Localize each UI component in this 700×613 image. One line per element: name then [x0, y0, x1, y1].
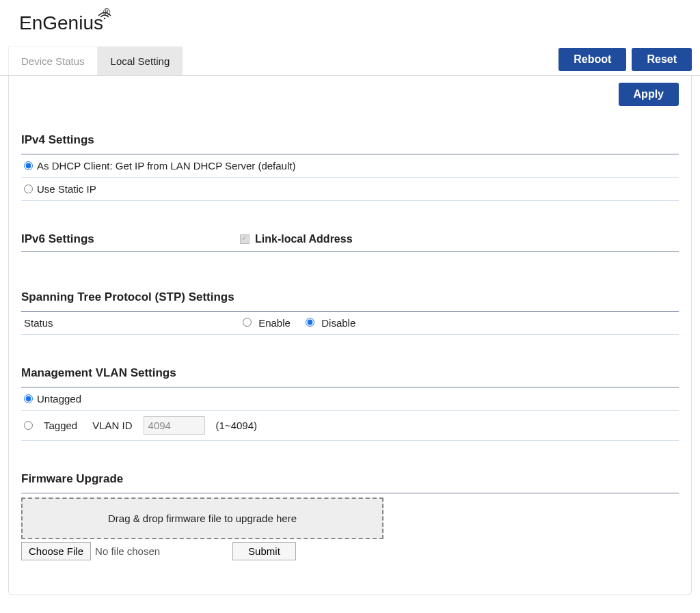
submit-button[interactable]: Submit	[232, 542, 296, 560]
settings-panel: Apply IPv4 Settings As DHCP Client: Get …	[8, 76, 692, 595]
vlan-settings-title: Management VLAN Settings	[21, 366, 679, 380]
stp-disable-option: Disable	[306, 317, 355, 329]
firmware-dropzone[interactable]: Drag & drop firmware file to upgrade her…	[21, 498, 383, 539]
stp-enable-option: Enable	[243, 317, 293, 329]
ipv6-settings-title: IPv6 Settings	[21, 232, 240, 246]
link-local-checkbox	[240, 234, 250, 244]
tab-device-status[interactable]: Device Status	[8, 46, 98, 75]
vlan-tagged-label: Tagged	[44, 420, 77, 431]
firmware-upgrade-title: Firmware Upgrade	[21, 472, 679, 486]
vlan-untagged-row: Untagged	[21, 387, 679, 411]
link-local-label: Link-local Address	[255, 233, 353, 245]
vlan-tagged-radio[interactable]	[24, 421, 33, 430]
stp-status-row: Status Enable Disable	[21, 312, 679, 335]
svg-point-0	[104, 18, 105, 19]
choose-file-button[interactable]: Choose File	[21, 542, 91, 560]
logo-text: EnGenius	[19, 12, 103, 34]
brand-logo: EnGenius®	[19, 12, 700, 34]
ipv4-dhcp-radio[interactable]	[24, 161, 33, 170]
apply-button[interactable]: Apply	[619, 83, 679, 106]
reboot-button[interactable]: Reboot	[558, 48, 626, 71]
ipv4-static-label: Use Static IP	[37, 183, 96, 195]
vlan-id-label: VLAN ID	[92, 420, 132, 431]
ipv4-dhcp-label: As DHCP Client: Get IP from LAN DHCP Ser…	[37, 160, 295, 172]
ipv4-dhcp-row: As DHCP Client: Get IP from LAN DHCP Ser…	[21, 154, 679, 178]
reset-button[interactable]: Reset	[632, 48, 692, 71]
stp-settings-title: Spanning Tree Protocol (STP) Settings	[21, 290, 679, 304]
stp-status-label: Status	[24, 317, 243, 329]
stp-disable-radio[interactable]	[306, 318, 314, 327]
wifi-icon	[97, 8, 112, 19]
file-chooser-row: Choose File No file chosen Submit	[21, 542, 679, 560]
vlan-id-input[interactable]	[144, 416, 205, 435]
ipv6-row: IPv6 Settings Link-local Address	[21, 232, 679, 251]
stp-enable-radio[interactable]	[243, 318, 252, 327]
vlan-range-hint: (1~4094)	[216, 420, 257, 431]
vlan-untagged-radio[interactable]	[24, 394, 33, 403]
stp-disable-label: Disable	[321, 317, 355, 329]
tab-local-setting[interactable]: Local Setting	[98, 46, 183, 75]
ipv4-settings-title: IPv4 Settings	[21, 133, 679, 147]
ipv4-static-row: Use Static IP	[21, 178, 679, 201]
ipv4-static-radio[interactable]	[24, 185, 33, 193]
stp-enable-label: Enable	[258, 317, 291, 329]
vlan-tagged-row: Tagged VLAN ID (1~4094)	[21, 411, 679, 441]
top-bar: Device Status Local Setting Reboot Reset	[0, 46, 700, 76]
vlan-untagged-label: Untagged	[37, 393, 81, 405]
tabs-container: Device Status Local Setting	[8, 46, 183, 75]
file-chosen-status: No file chosen	[95, 545, 160, 557]
top-actions: Reboot Reset	[558, 48, 692, 75]
